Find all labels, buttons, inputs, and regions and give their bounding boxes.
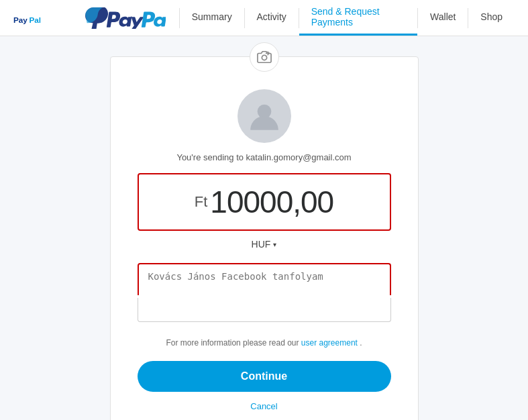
camera-icon — [257, 50, 272, 64]
avatar-silhouette — [247, 99, 282, 134]
nav-item-send-request[interactable]: Send & Request Payments — [299, 0, 418, 36]
user-agreement-link[interactable]: user agreement — [301, 338, 358, 348]
note-input-wrap — [138, 263, 391, 322]
amount-currency-symbol: Ft — [195, 193, 208, 211]
avatar-circle — [237, 89, 291, 143]
nav-item-shop[interactable]: Shop — [468, 0, 515, 36]
svg-text:Pal: Pal — [29, 15, 41, 24]
nav-item-summary[interactable]: Summary — [180, 0, 244, 36]
svg-point-3 — [262, 55, 266, 60]
paypal-logo: Pay Pal — [13, 7, 166, 29]
camera-icon-button[interactable] — [250, 42, 279, 72]
continue-button[interactable]: Continue — [138, 361, 391, 392]
currency-label: HUF — [252, 239, 271, 250]
currency-selector[interactable]: HUF ▾ — [252, 239, 277, 250]
nav-item-wallet[interactable]: Wallet — [418, 0, 468, 36]
payment-card: You're sending to katalin.gomory@gmail.c… — [110, 56, 419, 420]
note-box-bottom — [138, 298, 391, 322]
cancel-link[interactable]: Cancel — [250, 401, 277, 411]
info-text: For more information please read our use… — [166, 338, 362, 348]
recipient-text: You're sending to katalin.gomory@gmail.c… — [176, 152, 351, 162]
main-content: You're sending to katalin.gomory@gmail.c… — [0, 36, 528, 420]
chevron-down-icon: ▾ — [273, 241, 276, 248]
nav-item-activity[interactable]: Activity — [244, 0, 298, 36]
amount-box[interactable]: Ft 10000,00 — [138, 173, 391, 231]
amount-value: 10000,00 — [210, 184, 333, 220]
avatar — [237, 89, 291, 143]
note-input[interactable] — [138, 263, 391, 295]
navigation: Pay Pal Summary Activity Send & Request … — [0, 0, 528, 36]
